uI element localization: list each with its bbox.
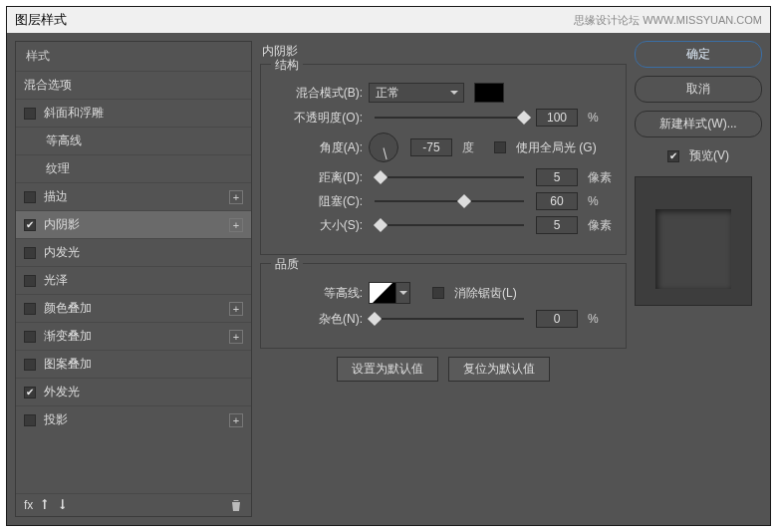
angle-unit: 度 xyxy=(462,139,474,156)
sidebar-item-4[interactable]: 内阴影+ xyxy=(16,210,251,238)
style-checkbox[interactable] xyxy=(24,303,36,315)
sidebar-blend-options[interactable]: 混合选项 xyxy=(16,71,251,99)
style-checkbox[interactable] xyxy=(24,414,36,426)
opacity-slider[interactable] xyxy=(375,111,524,125)
add-effect-icon[interactable]: + xyxy=(229,190,243,204)
distance-label: 距离(D): xyxy=(275,169,363,186)
sidebar-item-label: 斜面和浮雕 xyxy=(44,105,243,122)
angle-input[interactable]: -75 xyxy=(410,138,452,156)
window-title: 图层样式 xyxy=(15,11,67,29)
choke-label: 阻塞(C): xyxy=(275,193,363,210)
contour-label: 等高线: xyxy=(275,285,363,302)
preview-thumbnail xyxy=(635,176,752,306)
sidebar-item-5[interactable]: 内发光 xyxy=(16,238,251,266)
reset-default-button[interactable]: 复位为默认值 xyxy=(448,357,550,382)
sidebar-item-7[interactable]: 颜色叠加+ xyxy=(16,294,251,322)
ok-button[interactable]: 确定 xyxy=(635,41,762,68)
style-checkbox[interactable] xyxy=(24,219,36,231)
sidebar-item-label: 外发光 xyxy=(44,384,243,400)
style-checkbox[interactable] xyxy=(24,108,36,120)
style-checkbox[interactable] xyxy=(24,331,36,343)
arrow-down-icon[interactable]: 🠗 xyxy=(57,498,69,512)
style-checkbox[interactable] xyxy=(24,359,36,371)
preview-checkbox[interactable] xyxy=(667,150,679,162)
quality-legend: 品质 xyxy=(271,256,303,273)
sidebar-item-9[interactable]: 图案叠加 xyxy=(16,350,251,378)
sidebar-item-8[interactable]: 渐变叠加+ xyxy=(16,322,251,350)
sidebar-item-2[interactable]: 纹理 xyxy=(16,154,251,182)
sidebar-item-11[interactable]: 投影+ xyxy=(16,405,251,433)
sidebar-item-0[interactable]: 斜面和浮雕 xyxy=(16,99,251,127)
add-effect-icon[interactable]: + xyxy=(229,302,243,316)
sidebar-item-label: 纹理 xyxy=(46,160,243,177)
blend-mode-select[interactable]: 正常 xyxy=(369,83,464,103)
contour-dropdown-icon[interactable] xyxy=(396,282,410,304)
size-unit: 像素 xyxy=(588,217,612,234)
noise-label: 杂色(N): xyxy=(275,311,363,328)
arrow-up-icon[interactable]: 🠕 xyxy=(39,498,51,512)
sidebar-item-6[interactable]: 光泽 xyxy=(16,266,251,294)
fx-menu-icon[interactable]: fx xyxy=(24,498,33,512)
sidebar-item-label: 内发光 xyxy=(44,244,243,261)
set-default-button[interactable]: 设置为默认值 xyxy=(337,357,438,382)
titlebar: 图层样式 思缘设计论坛 WWW.MISSYUAN.COM xyxy=(7,7,770,33)
distance-input[interactable]: 5 xyxy=(536,168,578,186)
sidebar-item-label: 图案叠加 xyxy=(44,356,243,373)
size-slider[interactable] xyxy=(375,218,524,232)
add-effect-icon[interactable]: + xyxy=(229,218,243,232)
structure-legend: 结构 xyxy=(271,57,303,74)
size-label: 大小(S): xyxy=(275,217,363,234)
noise-input[interactable]: 0 xyxy=(536,310,578,328)
noise-unit: % xyxy=(588,312,599,326)
sidebar-item-label: 内阴影 xyxy=(44,216,229,233)
sidebar-item-label: 渐变叠加 xyxy=(44,328,229,345)
shadow-color-swatch[interactable] xyxy=(474,83,504,103)
sidebar-item-10[interactable]: 外发光 xyxy=(16,378,251,405)
style-checkbox[interactable] xyxy=(24,387,36,399)
trash-icon[interactable] xyxy=(229,498,243,512)
size-input[interactable]: 5 xyxy=(536,216,578,234)
sidebar-footer: fx 🠕 🠗 xyxy=(16,493,251,516)
contour-picker[interactable] xyxy=(369,282,396,304)
add-effect-icon[interactable]: + xyxy=(229,413,243,427)
new-style-button[interactable]: 新建样式(W)... xyxy=(635,111,762,137)
sidebar-item-3[interactable]: 描边+ xyxy=(16,182,251,210)
settings-panel: 内阴影 结构 混合模式(B): 正常 不透明度(O): 100 % 角度(A): xyxy=(260,41,627,517)
panel-title: 内阴影 xyxy=(262,43,627,60)
sidebar-header: 样式 xyxy=(16,42,251,71)
blend-mode-label: 混合模式(B): xyxy=(275,85,363,102)
style-checkbox[interactable] xyxy=(24,247,36,259)
layer-style-dialog: 图层样式 思缘设计论坛 WWW.MISSYUAN.COM 样式 混合选项 斜面和… xyxy=(6,6,771,526)
opacity-input[interactable]: 100 xyxy=(536,109,578,127)
choke-slider[interactable] xyxy=(375,194,524,208)
opacity-label: 不透明度(O): xyxy=(275,110,363,127)
distance-unit: 像素 xyxy=(588,169,612,186)
angle-label: 角度(A): xyxy=(275,139,363,156)
add-effect-icon[interactable]: + xyxy=(229,330,243,344)
distance-slider[interactable] xyxy=(375,170,524,184)
opacity-unit: % xyxy=(588,111,599,125)
antialias-label: 消除锯齿(L) xyxy=(454,285,517,302)
right-panel: 确定 取消 新建样式(W)... 预览(V) xyxy=(635,41,762,517)
sidebar-item-1[interactable]: 等高线 xyxy=(16,127,251,154)
styles-sidebar: 样式 混合选项 斜面和浮雕等高线纹理描边+内阴影+内发光光泽颜色叠加+渐变叠加+… xyxy=(15,41,252,517)
cancel-button[interactable]: 取消 xyxy=(635,76,762,103)
dialog-body: 样式 混合选项 斜面和浮雕等高线纹理描边+内阴影+内发光光泽颜色叠加+渐变叠加+… xyxy=(7,33,770,525)
antialias-checkbox[interactable] xyxy=(432,287,444,299)
sidebar-item-label: 描边 xyxy=(44,188,229,205)
angle-dial[interactable] xyxy=(369,133,398,162)
style-checkbox[interactable] xyxy=(24,275,36,287)
choke-unit: % xyxy=(588,194,599,208)
watermark: 思缘设计论坛 WWW.MISSYUAN.COM xyxy=(574,13,762,28)
global-light-label: 使用全局光 (G) xyxy=(516,139,597,156)
sidebar-item-label: 投影 xyxy=(44,411,229,428)
sidebar-item-label: 颜色叠加 xyxy=(44,300,229,317)
global-light-checkbox[interactable] xyxy=(494,141,506,153)
choke-input[interactable]: 60 xyxy=(536,192,578,210)
sidebar-item-label: 混合选项 xyxy=(24,77,243,94)
style-checkbox[interactable] xyxy=(24,191,36,203)
noise-slider[interactable] xyxy=(375,312,524,326)
sidebar-item-label: 光泽 xyxy=(44,272,243,289)
sidebar-item-label: 等高线 xyxy=(46,133,243,149)
quality-fieldset: 品质 等高线: 消除锯齿(L) 杂色(N): 0 % xyxy=(260,263,627,349)
